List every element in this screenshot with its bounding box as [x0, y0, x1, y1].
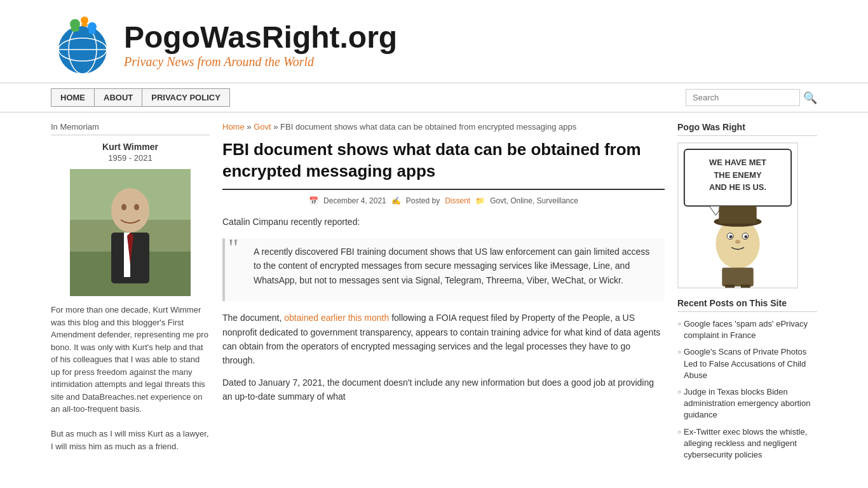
blockquote: " A recently discovered FBI training doc…: [222, 238, 665, 301]
breadcrumb-current: FBI document shows what data can be obta…: [280, 122, 576, 132]
recent-posts-list: Google faces 'spam ads' ePrivacy complai…: [677, 318, 817, 461]
search-box: 🔍: [686, 89, 817, 106]
search-input[interactable]: [686, 89, 800, 106]
article-meta: 📅 December 4, 2021 ✍ Posted by Dissent 📁…: [222, 196, 665, 205]
content-wrapper: In Memoriam Kurt Wimmer 1959 - 2021: [0, 112, 868, 466]
svg-point-8: [81, 23, 88, 27]
recent-posts-title: Recent Posts on This Site: [677, 298, 817, 312]
person-photo: [70, 169, 191, 296]
bio-paragraph-2: But as much as I will miss Kurt as a law…: [51, 428, 210, 452]
article-date: December 4, 2021: [323, 196, 386, 205]
recent-post-4: Ex-Twitter exec blows the whistle, alleg…: [677, 426, 817, 461]
recent-post-link-1[interactable]: Google faces 'spam ads' ePrivacy complai…: [684, 319, 808, 340]
site-header: PogoWasRight.org Privacy News from Aroun…: [0, 0, 868, 83]
logo-container: PogoWasRight.org Privacy News from Aroun…: [51, 13, 397, 76]
categories-icon: 📁: [475, 196, 485, 205]
bio-paragraph-1: For more than one decade, Kurt Wimmer wa…: [51, 304, 210, 416]
article-paragraph-2: Dated to January 7, 2021, the document d…: [222, 376, 665, 404]
person-years: 1959 - 2021: [51, 153, 210, 163]
recent-post-2: Google's Scans of Private Photos Led to …: [677, 346, 817, 381]
breadcrumb: Home » Govt » FBI document shows what da…: [222, 122, 665, 132]
sidebar-left: In Memoriam Kurt Wimmer 1959 - 2021: [51, 112, 210, 466]
recent-post-link-2[interactable]: Google's Scans of Private Photos Led to …: [684, 347, 806, 379]
sidebar-right: Pogo Was Right WE HAVE MET THE ENEMY AND…: [677, 112, 817, 466]
pogo-title: Pogo Was Right: [677, 122, 817, 136]
article-intro: Catalin Cimpanu recently reported:: [222, 215, 665, 229]
search-button[interactable]: 🔍: [803, 91, 817, 105]
recent-post-link-3[interactable]: Judge in Texas blocks Biden administrati…: [684, 387, 810, 419]
para1-start: The document,: [222, 313, 284, 323]
site-tagline: Privacy News from Around the World: [124, 55, 397, 69]
author-icon: ✍: [391, 196, 401, 205]
quote-marks: ": [228, 235, 238, 261]
svg-point-9: [88, 30, 96, 34]
svg-text:THE ENEMY: THE ENEMY: [714, 170, 761, 180]
svg-point-15: [134, 204, 139, 210]
navigation: HOME ABOUT PRIVACY POLICY 🔍: [0, 83, 868, 112]
pogo-comic: WE HAVE MET THE ENEMY AND HE IS US.: [677, 142, 798, 288]
svg-rect-35: [741, 285, 750, 288]
site-title: PogoWasRight.org: [124, 20, 397, 55]
nav-links: HOME ABOUT PRIVACY POLICY: [51, 88, 230, 107]
calendar-icon: 📅: [309, 196, 318, 205]
nav-privacy-policy[interactable]: PRIVACY POLICY: [142, 88, 230, 107]
article-categories: Govt, Online, Surveillance: [490, 196, 578, 205]
recent-post-3: Judge in Texas blocks Biden administrati…: [677, 386, 817, 421]
svg-point-7: [71, 27, 79, 32]
svg-text:WE HAVE MET: WE HAVE MET: [709, 158, 766, 167]
in-memoriam-title: In Memoriam: [51, 122, 210, 135]
recent-post-link-4[interactable]: Ex-Twitter exec blows the whistle, alleg…: [684, 427, 807, 459]
article-author[interactable]: Dissent: [445, 196, 470, 205]
nav-about[interactable]: ABOUT: [95, 88, 142, 107]
article-title: FBI document shows what data can be obta…: [222, 139, 665, 190]
svg-rect-33: [722, 268, 753, 287]
blockquote-text: A recently discovered FBI training docum…: [234, 245, 655, 287]
main-content: Home » Govt » FBI document shows what da…: [222, 112, 665, 466]
recent-post-1: Google faces 'spam ads' ePrivacy complai…: [677, 318, 817, 341]
article-body: Catalin Cimpanu recently reported: " A r…: [222, 215, 665, 404]
breadcrumb-govt[interactable]: Govt: [254, 122, 271, 132]
svg-point-28: [729, 235, 733, 238]
breadcrumb-home[interactable]: Home: [222, 122, 245, 132]
svg-point-29: [744, 235, 747, 238]
svg-point-14: [121, 204, 126, 210]
site-branding: PogoWasRight.org Privacy News from Aroun…: [124, 20, 397, 69]
person-name: Kurt Wimmer: [51, 142, 210, 152]
svg-rect-32: [719, 206, 756, 224]
sidebar-bio: For more than one decade, Kurt Wimmer wa…: [51, 304, 210, 452]
svg-rect-34: [725, 285, 735, 288]
foia-link[interactable]: obtained earlier this month: [284, 313, 389, 323]
article-paragraph-1: The document, obtained earlier this mont…: [222, 311, 665, 368]
posted-by-label: Posted by: [406, 196, 440, 205]
svg-point-30: [735, 240, 740, 244]
nav-home[interactable]: HOME: [51, 88, 95, 107]
logo-icon: [51, 13, 114, 76]
svg-text:AND HE IS US.: AND HE IS US.: [709, 182, 766, 192]
svg-point-13: [111, 188, 149, 233]
